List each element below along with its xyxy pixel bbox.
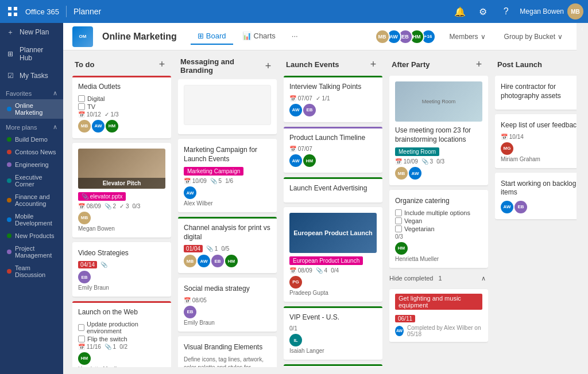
topbar: Office 365 Planner 🔔 ⚙ ? Megan Bowen MB xyxy=(0,0,588,23)
check-item: Digital xyxy=(78,95,165,102)
card-meeting-room[interactable]: Meeting Room Use meeting room 23 for bra… xyxy=(389,76,488,185)
groupby-btn[interactable]: Group by Bucket ∨ xyxy=(500,30,567,43)
check-item: Update production environment xyxy=(78,321,165,334)
help-icon[interactable]: ? xyxy=(497,2,515,21)
sidebar-item-project-mgmt[interactable]: Project Management xyxy=(0,242,63,262)
card-keep-list[interactable]: Keep list of user feedback 📅 10/14 MG Mi… xyxy=(495,114,577,168)
more-plans-toggle[interactable]: ∧ xyxy=(53,123,57,131)
card-doc-image[interactable] xyxy=(178,79,277,134)
sidebar-item-mobile-dev[interactable]: Mobile Development xyxy=(0,210,63,229)
my-tasks-icon: ☑ xyxy=(6,71,15,80)
card-avatars: EB xyxy=(184,306,271,318)
charts-icon: 📊 xyxy=(242,32,252,40)
user-menu[interactable]: Megan Bowen MB xyxy=(520,3,583,20)
avatar: AW xyxy=(289,154,302,167)
card-meta: 📅 08/09 📎 2 ✓ 3 0/3 xyxy=(78,203,165,209)
bucket-header-post-launch: Post Launch + xyxy=(495,57,577,76)
card-marketing-campaign[interactable]: Marketing Campaign for Launch Events Mar… xyxy=(178,139,277,212)
avatar: IL xyxy=(289,334,302,346)
avatar: AW xyxy=(409,167,421,180)
card-image: European Product Launch xyxy=(289,213,377,253)
sidebar-item-build-demo[interactable]: Build Demo xyxy=(0,133,63,146)
card-title: Channel analysis for print vs digital xyxy=(184,223,271,241)
avatar: EB xyxy=(211,255,224,267)
card-launch-web[interactable]: Launch on the Web Update production envi… xyxy=(72,301,171,367)
sidebar-item-online-marketing[interactable]: Online Marketing xyxy=(0,99,63,119)
sidebar-item-contoso-news[interactable]: Contoso News xyxy=(0,146,63,158)
card-vip-event[interactable]: VIP Event - U.S. 0/1 IL Isaiah Langer xyxy=(284,306,382,360)
sidebar-item-new-plan[interactable]: ＋ New Plan xyxy=(0,23,63,41)
chevron-down-icon: ∨ xyxy=(481,33,486,41)
sidebar-item-executive-corner[interactable]: Executive Corner xyxy=(0,171,63,190)
avatar: HM xyxy=(395,242,408,255)
card-media-outlets[interactable]: Media Outlets Digital TV 📅 10/12 ✓ 1/3 M… xyxy=(72,76,171,138)
bucket-add-after-party[interactable]: + xyxy=(472,57,486,71)
sidebar-item-my-tasks[interactable]: ☑ My Tasks xyxy=(0,67,63,85)
content-area: OM Online Marketing ⊞ Board 📊 Charts ···… xyxy=(63,23,577,374)
card-channel-analysis[interactable]: Channel analysis for print vs digital 01… xyxy=(178,217,277,273)
members-btn[interactable]: Members ∨ xyxy=(445,30,490,43)
sidebar-item-new-products[interactable]: New Products xyxy=(0,229,63,242)
card-interview[interactable]: Interview Talking Points 📅 07/07 ✓ 1/1 A… xyxy=(284,76,382,122)
card-meta: 0/3 xyxy=(395,233,482,240)
card-avatars: AW HM xyxy=(289,154,377,167)
sidebar-item-engineering[interactable]: Engineering xyxy=(0,158,63,171)
sidebar: ＋ New Plan ⊞ Planner Hub ☑ My Tasks Favo… xyxy=(0,23,63,374)
bucket-add-launch-events[interactable]: + xyxy=(366,57,380,71)
bucket-header-messaging: Messaging and Branding + xyxy=(178,57,277,79)
card-image: Meeting Room xyxy=(395,81,482,122)
bucket-header-todo: To do + xyxy=(72,57,171,76)
nav-board-btn[interactable]: ⊞ Board xyxy=(191,28,233,45)
card-launch-advertising[interactable]: Launch Event Advertising xyxy=(284,177,382,202)
card-visual-branding[interactable]: Visual Branding Elements Define icons, t… xyxy=(178,336,277,367)
completed-divider-after-party[interactable]: Hide completed 1 ∧ xyxy=(389,272,488,285)
notification-icon[interactable]: 🔔 xyxy=(451,2,469,21)
card-desc: Define icons, tag lines, artwork, color … xyxy=(184,356,271,367)
bucket-add-todo[interactable]: + xyxy=(155,57,169,71)
avatar: MG xyxy=(501,142,513,155)
nav-charts-btn[interactable]: 📊 Charts xyxy=(235,28,283,45)
card-lighting-music[interactable]: Get lighting and music equipment 06/11 A… xyxy=(389,289,488,342)
app-grid-icon[interactable] xyxy=(5,3,21,20)
more-plans-section: More plans ∧ xyxy=(0,119,63,133)
avatar-name: Henrietta Mueller xyxy=(395,256,482,262)
card-european-launch[interactable]: European Product Launch European Product… xyxy=(284,207,382,302)
plan-dot xyxy=(7,217,11,222)
nav-more-btn[interactable]: ··· xyxy=(285,28,305,45)
card-video-strategies[interactable]: Video Strategies 04/14 📎 EB Emily Braun xyxy=(72,242,171,297)
avatar: AW xyxy=(184,186,196,199)
card-hire-contractor[interactable]: Hire contractor for photography assets xyxy=(495,76,577,110)
card-top-bar xyxy=(284,364,382,366)
card-meta: 01/04 📎 1 0/5 xyxy=(184,245,271,252)
bucket-cards-launch-events: Interview Talking Points 📅 07/07 ✓ 1/1 A… xyxy=(284,76,382,367)
bucket-add-messaging[interactable]: + xyxy=(262,59,274,73)
card-meta: 0/1 xyxy=(289,325,377,332)
plan-dot xyxy=(7,107,11,111)
sidebar-item-finance[interactable]: Finance and Accounting xyxy=(0,190,63,210)
card-image xyxy=(184,85,271,125)
sidebar-collapse-btn[interactable]: ‹ xyxy=(577,23,588,40)
app-name: Office 365 xyxy=(25,7,59,16)
plan-dot xyxy=(7,162,11,167)
card-top-bar xyxy=(284,76,382,77)
card-twitter[interactable]: Twitter Launch Feed 03/31 EB Emily Braun xyxy=(284,364,382,367)
card-social-media[interactable]: Social media strategy 📅 08/05 EB Emily B… xyxy=(178,278,277,332)
card-meta: 📅 10/14 xyxy=(501,134,577,140)
member-avatar-1: MB xyxy=(375,29,390,44)
sidebar-item-planner-hub[interactable]: ⊞ Planner Hub xyxy=(0,41,63,67)
card-top-bar xyxy=(178,217,277,219)
subheader-nav: ⊞ Board 📊 Charts ··· xyxy=(191,28,305,45)
settings-icon[interactable]: ⚙ xyxy=(474,2,492,21)
card-catering[interactable]: Organize catering Include multiple optio… xyxy=(389,190,488,268)
avatar: HM xyxy=(78,352,91,365)
card-avatars: AW EB xyxy=(501,201,577,213)
card-backlog[interactable]: Start working on backlog items AW EB xyxy=(495,173,577,219)
card-title: Media Outlets xyxy=(78,81,165,92)
avatar: AW xyxy=(289,104,302,116)
card-elevator-pitch[interactable]: Elevator Pitch 📎 elevator.pptx 📅 08/09 📎… xyxy=(72,143,171,237)
card-title: Launch on the Web xyxy=(78,307,165,317)
card-product-launch[interactable]: Product Launch Timeline 📅 07/07 AW HM xyxy=(284,127,382,173)
card-image: Elevator Pitch xyxy=(78,149,165,189)
favorites-toggle[interactable]: ∧ xyxy=(53,89,57,97)
sidebar-item-team-discussion[interactable]: Team Discussion xyxy=(0,262,63,281)
